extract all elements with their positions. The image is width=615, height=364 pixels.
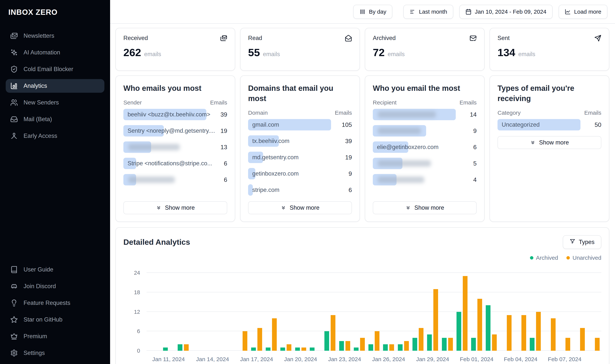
archived-bar[interactable] xyxy=(266,348,271,351)
unarchived-bar[interactable] xyxy=(272,318,277,351)
show-more-button[interactable]: Show more xyxy=(248,201,352,214)
table-row: 5 xyxy=(373,158,477,169)
archived-bar[interactable] xyxy=(530,338,534,351)
show-more-label: Show more xyxy=(290,204,319,211)
unarchived-bar[interactable] xyxy=(375,331,380,351)
stat-unit: emails xyxy=(263,51,280,58)
archived-bar[interactable] xyxy=(280,348,285,351)
archived-bar[interactable] xyxy=(339,341,344,351)
unarchived-bar[interactable] xyxy=(580,328,585,351)
unarchived-bar[interactable] xyxy=(551,318,556,351)
archived-bar[interactable] xyxy=(310,348,314,351)
stats-row: Received262emailsRead55emailsArchived72e… xyxy=(115,28,609,71)
unarchived-bar[interactable] xyxy=(448,338,453,351)
jan-10-2024-feb-09-2024-button[interactable]: Jan 10, 2024 - Feb 09, 2024 xyxy=(459,5,553,19)
sidebar-item-newsletters[interactable]: Newsletters xyxy=(6,29,104,43)
bar-group xyxy=(147,273,161,351)
sidebar-item-settings[interactable]: Settings xyxy=(6,346,104,360)
unarchived-bar[interactable] xyxy=(389,344,394,351)
table-row: gmail.com105 xyxy=(248,119,352,130)
unarchived-bar[interactable] xyxy=(287,344,291,351)
stat-card-received: Received262emails xyxy=(115,28,235,71)
archived-bar[interactable] xyxy=(324,331,329,351)
unarchived-bar[interactable] xyxy=(565,338,570,351)
sidebar-item-cold-email-blocker[interactable]: Cold Email Blocker xyxy=(6,62,104,76)
legend-item-unarchived[interactable]: Unarchived xyxy=(566,255,601,261)
unarchived-bar[interactable] xyxy=(360,338,365,351)
sidebar-item-ai-automation[interactable]: AI Automation xyxy=(6,46,104,59)
stat-value: 262 xyxy=(123,46,141,59)
unarchived-bar[interactable] xyxy=(345,341,350,351)
unarchived-bar[interactable] xyxy=(433,289,438,351)
archived-bar[interactable] xyxy=(398,344,403,351)
unarchived-bar[interactable] xyxy=(243,331,247,351)
archived-bar[interactable] xyxy=(178,344,182,351)
lightbulb-icon xyxy=(10,299,18,307)
archived-bar[interactable] xyxy=(486,305,491,351)
unarchived-bar[interactable] xyxy=(463,276,467,351)
archived-bar[interactable] xyxy=(369,344,373,351)
button-label: Load more xyxy=(574,9,601,15)
show-more-button[interactable]: Show more xyxy=(123,201,227,214)
legend-item-archived[interactable]: Archived xyxy=(530,255,558,261)
table-row: Uncategorized50 xyxy=(497,119,601,130)
last-month-button[interactable]: Last month xyxy=(403,5,453,19)
topbar: By dayLast monthJan 10, 2024 - Feb 09, 2… xyxy=(110,0,615,24)
sidebar-item-user-guide[interactable]: User Guide xyxy=(6,263,104,276)
card-who-you-email-the-most: Who you email the mostRecipientEmails149… xyxy=(365,76,485,222)
sidebar-item-mail-beta[interactable]: Mail (Beta) xyxy=(6,112,104,126)
sidebar-item-analytics[interactable]: Analytics xyxy=(6,79,104,93)
row-count: 13 xyxy=(206,144,227,151)
row-count: 4 xyxy=(456,176,477,183)
inbox-icon xyxy=(10,116,18,123)
archived-bar[interactable] xyxy=(251,348,256,351)
legend-dot xyxy=(530,256,533,260)
bar-group xyxy=(484,273,499,351)
archived-bar[interactable] xyxy=(383,344,388,351)
types-filter-button[interactable]: Types xyxy=(563,235,601,249)
show-more-button[interactable]: Show more xyxy=(497,136,601,149)
archived-bar[interactable] xyxy=(354,348,358,351)
load-more-button[interactable]: Load more xyxy=(559,5,607,19)
archived-bar[interactable] xyxy=(427,334,432,351)
unarchived-bar[interactable] xyxy=(492,334,497,351)
sidebar-item-feature-requests[interactable]: Feature Requests xyxy=(6,296,104,310)
show-more-button[interactable]: Show more xyxy=(373,201,477,214)
archived-bar[interactable] xyxy=(442,338,447,351)
row-count: 6 xyxy=(331,187,352,194)
x-axis-tick: Jan 11, 2024 xyxy=(152,356,185,363)
chevrons-down-icon xyxy=(530,140,536,145)
archived-bar[interactable] xyxy=(163,348,168,351)
by-day-button[interactable]: By day xyxy=(353,5,392,19)
unarchived-bar[interactable] xyxy=(301,348,306,351)
legend-dot xyxy=(566,256,570,260)
bar-group xyxy=(455,273,469,351)
unarchived-bar[interactable] xyxy=(536,312,541,351)
unarchived-bar[interactable] xyxy=(595,338,600,351)
y-axis-tick: 18 xyxy=(134,289,140,295)
unarchived-bar[interactable] xyxy=(521,315,526,351)
unarchived-bar[interactable] xyxy=(257,328,262,351)
column-header-left: Sender xyxy=(123,99,142,106)
unarchived-bar[interactable] xyxy=(331,315,335,351)
sidebar-item-early-access[interactable]: Early Access xyxy=(6,129,104,143)
sidebar-item-new-senders[interactable]: New Senders xyxy=(6,96,104,109)
archived-bar[interactable] xyxy=(471,338,476,351)
unarchived-bar[interactable] xyxy=(477,299,482,351)
unarchived-bar[interactable] xyxy=(404,341,409,351)
y-axis-tick: 6 xyxy=(137,328,140,334)
archived-bar[interactable] xyxy=(295,348,300,351)
sidebar-item-premium[interactable]: Premium xyxy=(6,329,104,343)
archived-bar[interactable] xyxy=(412,338,417,351)
x-axis-tick: Feb 07, 2024 xyxy=(548,356,581,363)
unarchived-bar[interactable] xyxy=(184,344,189,351)
column-header-left: Recipient xyxy=(373,99,396,106)
unarchived-bar[interactable] xyxy=(419,328,424,351)
sidebar-item-star-on-github[interactable]: Star on GitHub xyxy=(6,313,104,326)
stat-value: 72 xyxy=(373,46,384,59)
unarchived-bar[interactable] xyxy=(507,315,512,351)
bar-group xyxy=(587,273,601,351)
sidebar-item-join-discord[interactable]: Join Discord xyxy=(6,279,104,293)
archived-bar[interactable] xyxy=(456,312,461,351)
stat-label: Read xyxy=(248,35,262,41)
